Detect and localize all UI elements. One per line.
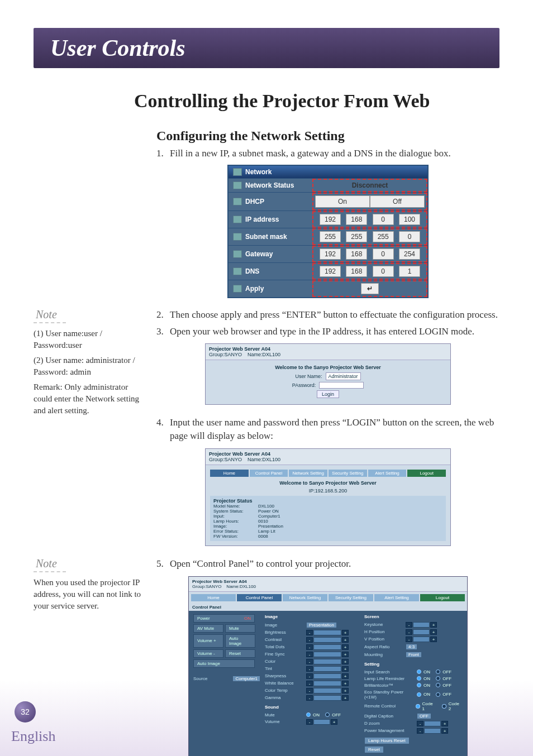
cp-color-slider[interactable]: -+	[306, 659, 349, 664]
cp-eco-on[interactable]	[417, 692, 421, 697]
home-tab-cp[interactable]: Control Panel	[250, 470, 288, 477]
page-number: 32	[15, 701, 36, 722]
gw-a[interactable]: 192	[320, 248, 341, 260]
cp-fine-slider[interactable]: -+	[306, 652, 349, 657]
cp-bright-slider[interactable]: -+	[306, 630, 349, 635]
cp-tab-logout[interactable]: Logout	[420, 594, 465, 601]
login-button[interactable]: Login	[317, 390, 339, 398]
cp-aspect-select[interactable]: 4:3	[406, 644, 417, 650]
cp-volm-btn[interactable]: Volume -	[193, 649, 223, 658]
cp-vol-lbl: Volume	[265, 719, 304, 724]
cp-dots-slider[interactable]: -+	[306, 644, 349, 650]
dhcp-off[interactable]: Off	[370, 195, 425, 208]
cp-remote-code2[interactable]	[442, 704, 446, 709]
cp-tab-cp[interactable]: Control Panel	[237, 594, 282, 601]
cp-mute-off[interactable]	[325, 712, 330, 717]
cp-tab-alert[interactable]: Alert Setting	[374, 594, 419, 601]
home-tab-alert[interactable]: Alert Setting	[368, 470, 407, 477]
cp-reset-all-btn[interactable]: Reset	[364, 746, 384, 753]
cp-lamp-reset-btn[interactable]: Lamp Hours Reset	[364, 737, 410, 744]
cp-brill-off[interactable]	[436, 683, 440, 687]
cp-hpos-slider[interactable]: -+	[406, 629, 437, 635]
apply-button[interactable]: ↵	[361, 283, 379, 294]
cp-insearch-on[interactable]	[417, 669, 421, 674]
cp-power-btn[interactable]: PowerON	[193, 614, 255, 623]
cp-vpos-slider[interactable]: -+	[406, 637, 437, 642]
ip-a[interactable]: 192	[320, 214, 341, 225]
st-input-v: Computer1	[258, 514, 280, 519]
cp-tab-home[interactable]: Home	[191, 594, 236, 601]
note-label-1: Note	[34, 308, 66, 323]
cp-volp-btn[interactable]: Volume +	[193, 634, 223, 648]
cp-ctemp-slider[interactable]: -+	[306, 688, 349, 693]
cp-tab-sec[interactable]: Security Setting	[329, 594, 373, 601]
cp-remote-code1[interactable]	[416, 704, 420, 709]
gw-d[interactable]: 254	[399, 248, 420, 260]
cp-mount: Mounting	[364, 652, 403, 657]
cp-mute-on[interactable]	[306, 712, 311, 717]
cp-auto2-btn[interactable]: Auto Image	[193, 659, 255, 668]
cp-eco-off[interactable]	[436, 692, 440, 697]
cp-dcap-select[interactable]: OFF	[417, 713, 431, 719]
ip-icon	[233, 216, 242, 223]
sn-d[interactable]: 0	[399, 231, 420, 242]
cp-img-select[interactable]: Presentation	[306, 622, 337, 628]
dhcp-on[interactable]: On	[315, 195, 370, 208]
sn-b[interactable]: 255	[346, 231, 367, 242]
st-model-v: DXL100	[258, 504, 274, 509]
cp-reset-btn[interactable]: Reset	[225, 649, 255, 658]
cp-brill-on[interactable]	[417, 683, 421, 687]
network-icon	[233, 168, 242, 176]
dns-d[interactable]: 1	[399, 266, 420, 277]
cp-keystone-slider[interactable]: -+	[406, 622, 437, 628]
cp-insearch: Input Search	[364, 669, 415, 674]
st-err-v: Lamp Lit	[258, 529, 275, 534]
login-pass-input[interactable]	[319, 382, 364, 389]
dhcp-toggle[interactable]: On Off	[315, 195, 425, 208]
cp-wb: White Balance	[265, 681, 304, 686]
cp-fine: Fine Sync	[265, 652, 304, 657]
home-tab-net[interactable]: Network Setting	[289, 470, 327, 477]
ip-b[interactable]: 168	[346, 214, 367, 225]
cp-auto1-btn[interactable]: Auto Image	[225, 634, 255, 648]
cp-avmute-btn[interactable]: AV Mute	[193, 624, 223, 633]
cp-color: Color	[265, 659, 304, 664]
gw-c[interactable]: 0	[373, 248, 394, 260]
cp-tint-slider[interactable]: -+	[306, 666, 349, 672]
ip-d[interactable]: 100	[399, 214, 420, 225]
gw-b[interactable]: 168	[346, 248, 367, 260]
cp-lamprem-on[interactable]	[417, 676, 421, 681]
cp-gamma-slider[interactable]: -+	[306, 695, 349, 701]
cp-mute-btn[interactable]: Mute	[225, 624, 255, 633]
ip-c[interactable]: 0	[373, 214, 394, 225]
cp-h2b: Name:DXL100	[226, 584, 255, 589]
cp-dcap: Digital Caption	[364, 714, 415, 719]
cp-lamprem-off[interactable]	[436, 676, 440, 681]
cp-insearch-off[interactable]	[436, 669, 440, 674]
cp-source-lbl: Source	[193, 676, 230, 681]
note-1: (1) User name:user / Password:user (2) U…	[34, 328, 145, 417]
login-h2b: Name:DXL100	[248, 352, 280, 357]
cp-dzoom-slider[interactable]: -+	[417, 721, 448, 726]
cp-contrast-slider[interactable]: -+	[306, 637, 349, 643]
cp-tab-net[interactable]: Network Setting	[283, 594, 327, 601]
home-ip: IP:192.168.5.200	[210, 488, 446, 494]
login-user-select[interactable]: Administrator	[326, 372, 361, 380]
dns-c[interactable]: 0	[373, 266, 394, 277]
dns-a[interactable]: 192	[320, 266, 341, 277]
cp-source-select[interactable]: Computer1	[232, 676, 260, 682]
home-tab-home[interactable]: Home	[210, 470, 249, 477]
home-tab-logout[interactable]: Logout	[407, 470, 446, 477]
cp-pm-slider[interactable]: -+	[417, 728, 448, 734]
cp-wb-slider[interactable]: -+	[306, 681, 349, 686]
sn-a[interactable]: 255	[320, 231, 341, 242]
home-tab-sec[interactable]: Security Setting	[329, 470, 367, 477]
cp-sharp-slider[interactable]: -+	[306, 673, 349, 679]
cp-vol-slider[interactable]: -+	[306, 719, 337, 725]
sub-title: Configuring the Network Setting	[156, 128, 499, 143]
sn-c[interactable]: 255	[373, 231, 394, 242]
home-status-title: Projector Status	[213, 498, 442, 504]
cp-lamprem: Lamp Life Reminder	[364, 676, 415, 681]
cp-mount-select[interactable]: Front	[406, 652, 422, 658]
dns-b[interactable]: 168	[346, 266, 367, 277]
